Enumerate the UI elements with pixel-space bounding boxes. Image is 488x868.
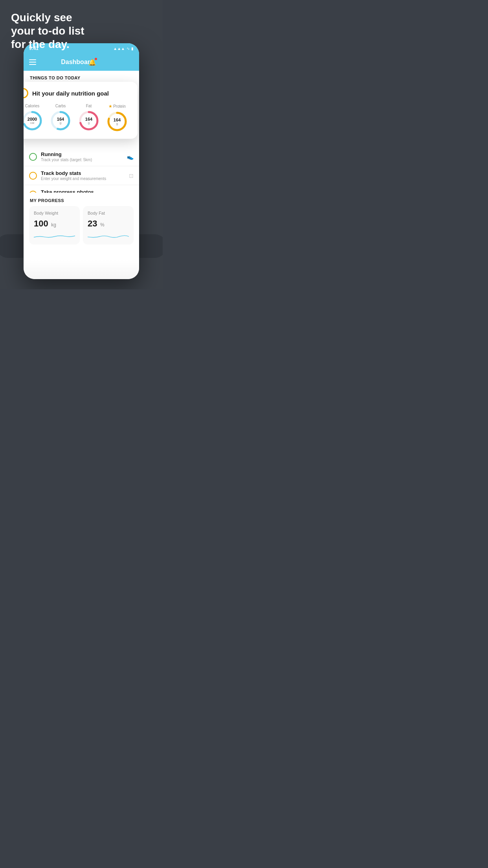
macro-fat: Fat 164 g bbox=[78, 104, 100, 132]
notification-dot bbox=[95, 58, 97, 60]
running-icon: 👟 bbox=[127, 154, 134, 160]
signal-icon: ▲▲▲ bbox=[113, 46, 125, 51]
macro-fat-ring: 164 g bbox=[78, 110, 100, 132]
hamburger-menu[interactable] bbox=[29, 59, 36, 65]
nutrition-card[interactable]: Hit your daily nutrition goal Calories bbox=[24, 82, 138, 139]
body-fat-value: 23 % bbox=[88, 219, 129, 229]
body-fat-chart bbox=[88, 232, 129, 240]
body-weight-label: Body Weight bbox=[34, 211, 75, 215]
progress-section: MY PROGRESS Body Weight 100 kg bbox=[24, 193, 139, 250]
battery-icon: ▮ bbox=[131, 46, 134, 51]
macro-carbs: Carbs 164 g bbox=[50, 104, 72, 132]
body-weight-value: 100 kg bbox=[34, 219, 75, 229]
todo-body-stats[interactable]: Track body stats Enter your weight and m… bbox=[24, 166, 139, 185]
protein-star-icon: ★ bbox=[108, 104, 112, 109]
body-weight-card[interactable]: Body Weight 100 kg bbox=[29, 206, 80, 245]
headline-text: Quickly see your to-do list for the day. bbox=[11, 11, 84, 51]
macro-protein-label: Protein bbox=[113, 104, 126, 108]
things-to-do-header: THINGS TO DO TODAY bbox=[24, 71, 139, 83]
todo-running-title: Running bbox=[41, 151, 123, 157]
scale-icon: ⊡ bbox=[129, 173, 134, 179]
nutrition-card-header: Hit your daily nutrition goal bbox=[24, 88, 131, 98]
macro-protein-ring: 164 g bbox=[106, 110, 128, 132]
notification-bell[interactable]: 🔔 bbox=[88, 59, 96, 66]
progress-cards: Body Weight 100 kg Body Fat bbox=[24, 206, 139, 250]
todo-running-text: Running Track your stats (target: 5km) bbox=[41, 151, 123, 162]
todo-running[interactable]: Running Track your stats (target: 5km) 👟 bbox=[24, 147, 139, 166]
macro-calories-ring: 2000 cal bbox=[24, 110, 43, 132]
macro-protein: ★ Protein 164 g bbox=[106, 104, 128, 132]
body-fat-label: Body Fat bbox=[88, 211, 129, 215]
macro-carbs-label: Carbs bbox=[55, 104, 66, 108]
todo-body-stats-title: Track body stats bbox=[41, 170, 125, 176]
todo-body-stats-subtitle: Enter your weight and measurements bbox=[41, 177, 125, 181]
macro-calories-label: Calories bbox=[25, 104, 40, 108]
macro-calories: Calories 2000 cal bbox=[24, 104, 43, 132]
body-weight-chart bbox=[34, 232, 75, 240]
macro-fat-label: Fat bbox=[86, 104, 92, 108]
page-background: Quickly see your to-do list for the day.… bbox=[0, 0, 163, 289]
status-icons: ▲▲▲ ∿ ▮ bbox=[113, 46, 134, 51]
nav-bar: Dashboard 🔔 bbox=[24, 53, 139, 71]
macro-carbs-ring: 164 g bbox=[50, 110, 72, 132]
nutrition-title: Hit your daily nutrition goal bbox=[32, 90, 109, 97]
todo-running-subtitle: Track your stats (target: 5km) bbox=[41, 158, 123, 162]
body-fat-card[interactable]: Body Fat 23 % bbox=[83, 206, 134, 245]
todo-body-stats-circle bbox=[29, 172, 37, 180]
todo-body-stats-text: Track body stats Enter your weight and m… bbox=[41, 170, 125, 181]
nutrition-check-circle bbox=[24, 88, 28, 98]
phone-content: THINGS TO DO TODAY Hit your daily nutrit… bbox=[24, 71, 139, 279]
wifi-icon: ∿ bbox=[127, 46, 130, 51]
progress-section-header: MY PROGRESS bbox=[24, 193, 139, 206]
todo-running-circle bbox=[29, 153, 37, 161]
phone-mockup: 9:41 ▲▲▲ ∿ ▮ Dashboard 🔔 THINGS TO DO TO… bbox=[24, 43, 139, 279]
phone-shadow bbox=[24, 259, 139, 279]
nutrition-macros: Calories 2000 cal bbox=[24, 104, 131, 132]
